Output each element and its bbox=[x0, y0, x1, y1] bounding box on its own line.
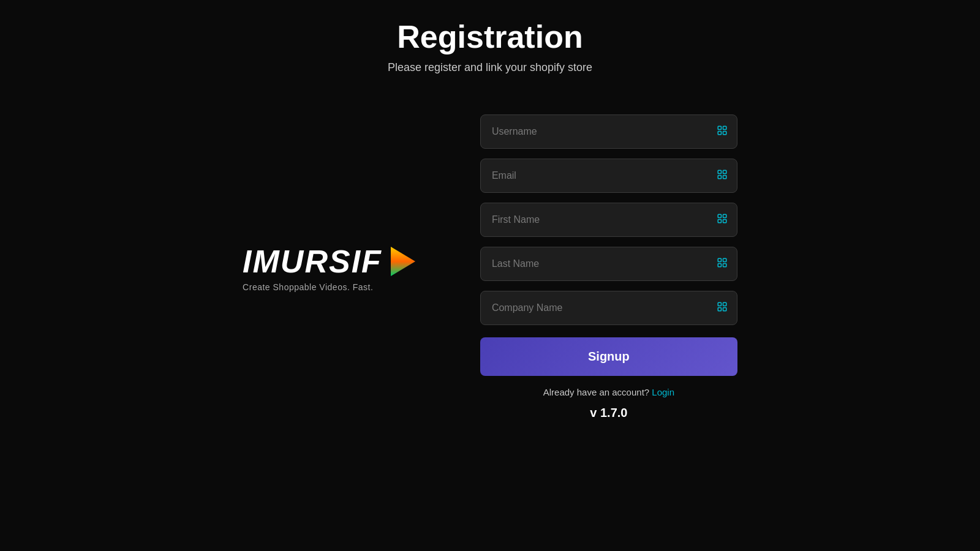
logo-section: IMURSIF Create Shoppable Video bbox=[243, 243, 419, 292]
signup-button[interactable]: Signup bbox=[480, 337, 737, 376]
page-title: Registration bbox=[388, 18, 592, 55]
username-wrapper bbox=[480, 114, 737, 149]
page-subtitle: Please register and link your shopify st… bbox=[388, 61, 592, 74]
logo-tagline: Create Shoppable Videos. Fast. bbox=[243, 282, 373, 292]
last-name-wrapper bbox=[480, 247, 737, 281]
first-name-input[interactable] bbox=[480, 203, 737, 237]
login-link[interactable]: Login bbox=[652, 387, 674, 397]
first-name-wrapper bbox=[480, 203, 737, 237]
company-name-input[interactable] bbox=[480, 291, 737, 325]
logo-text: IMURSIF bbox=[243, 243, 382, 280]
login-prompt: Already have an account? Login bbox=[543, 387, 674, 397]
last-name-input[interactable] bbox=[480, 247, 737, 281]
play-icon bbox=[387, 246, 419, 277]
version-text: v 1.7.0 bbox=[590, 406, 627, 420]
form-fields bbox=[480, 114, 737, 325]
username-input[interactable] bbox=[480, 114, 737, 149]
email-wrapper bbox=[480, 159, 737, 193]
registration-form: Signup Already have an account? Login v … bbox=[480, 114, 737, 420]
email-input[interactable] bbox=[480, 159, 737, 193]
svg-marker-0 bbox=[391, 247, 415, 276]
company-name-wrapper bbox=[480, 291, 737, 325]
